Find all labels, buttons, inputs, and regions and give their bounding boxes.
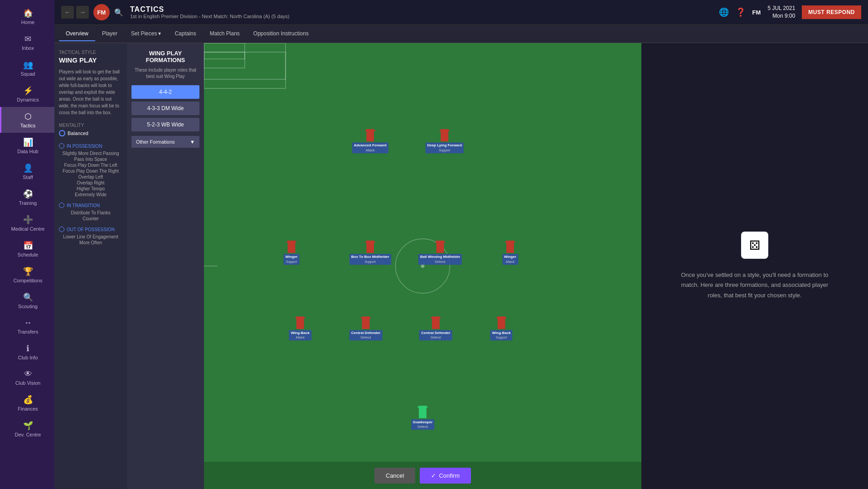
player-token-af[interactable]: Advanced Forward Attack [352,129,388,153]
confirm-label: Confirm [439,472,460,479]
tab-player[interactable]: Player [95,27,124,41]
in-possession-label: IN POSSESSION [67,144,102,149]
player-token-cd-right[interactable]: Central Defender Defend [419,316,452,340]
sidebar-item-competitions[interactable]: 🏆 Competitions [0,262,54,288]
player-name: Winger [285,255,297,260]
player-label: Wing-Back Support [490,330,513,340]
out-possession-section: OUT OF POSSESSION Lower Line Of Engageme… [59,227,122,245]
attr-item: Extremely Wide [59,192,122,197]
other-formations-label: Other Formations [136,139,175,145]
info-text: Once you've settled on a style, you'll n… [675,270,834,300]
player-label: Wing-Back Attack [289,330,311,340]
player-shirt [435,241,446,253]
player-token-bbm[interactable]: Box To Box Midfielder Support [349,241,391,265]
tab-match-plans[interactable]: Match Plans [203,27,247,41]
sidebar-label: Staff [23,174,33,180]
page-title-section: TACTICS 1st in English Premier Division … [130,5,719,19]
sidebar-item-dynamics[interactable]: ⚡ Dynamics [0,81,54,107]
dropdown-chevron-icon: ▼ [190,139,195,145]
time-text: Mon 9:00 [767,12,795,20]
formation-btn-5-2-3-wb-wide[interactable]: 5-2-3 WB Wide [131,118,199,131]
sidebar-icon: ⚽ [23,189,33,199]
player-token-dlf[interactable]: Deep Lying Forward Support [425,129,464,153]
out-possession-attrs: Lower Line Of EngagementMore Often [59,234,122,245]
tab-captains[interactable]: Captains [168,27,203,41]
tactical-description: Players will look to get the ball out wi… [59,68,122,116]
player-name: Deep Lying Forward [427,144,462,148]
must-respond-button[interactable]: MUST RESPOND [802,5,861,19]
player-token-cd-left[interactable]: Central Defender Defend [349,316,382,340]
nav-back-button[interactable]: ← [61,6,74,19]
player-label: Central Defender Defend [349,330,382,340]
formation-btn-4-3-3-dm-wide[interactable]: 4-3-3 DM Wide [131,102,199,115]
player-name: Ball Winning Midfielder [420,255,460,260]
in-transition-section: IN TRANSITION Distribute To FlanksCounte… [59,203,122,221]
sidebar-icon: 📊 [23,137,33,147]
svg-rect-5 [204,52,245,68]
sidebar: 🏠 Home✉ Inbox👥 Squad⚡ Dynamics⬡ Tactics📊… [0,0,54,489]
sidebar-label: Training [19,200,37,206]
sidebar-label: Home [21,19,34,25]
sidebar-item-staff[interactable]: 👤 Staff [0,159,54,184]
mentality-label: MENTALITY [59,123,122,128]
player-token-winger-right[interactable]: Winger Attack [502,241,518,265]
tab-bar: OverviewPlayerSet Pieces ▾CaptainsMatch … [54,25,868,43]
player-token-wb-right[interactable]: Wing-Back Support [490,316,513,340]
search-icon[interactable]: 🔍 [114,8,123,17]
player-token-gk[interactable]: Goalkeeper Defend [411,406,435,430]
formations-panel: WING PLAY FORMATIONS These include playe… [127,43,204,489]
sidebar-item-transfers[interactable]: ↔ Transfers [0,314,54,339]
player-token-bwm[interactable]: Ball Winning Midfielder Defend [418,241,462,265]
sidebar-label: Scouting [18,304,38,309]
player-label: Box To Box Midfielder Support [349,254,391,265]
cancel-button[interactable]: Cancel [374,468,415,484]
confirm-button[interactable]: ✓ Confirm [420,468,471,484]
tab-set-pieces[interactable]: Set Pieces ▾ [124,27,168,41]
sidebar-label: Tactics [20,123,36,128]
help-icon[interactable]: ❓ [736,7,746,17]
date-text: 5 JUL 2021 [767,5,795,12]
sidebar-item-tactics[interactable]: ⬡ Tactics [0,107,54,133]
sidebar-item-medical-centre[interactable]: ➕ Medical Centre [0,210,54,236]
topbar-right: 🌐 ❓ FM 5 JUL 2021 Mon 9:00 MUST RESPOND [719,5,861,20]
other-formations-dropdown[interactable]: Other Formations ▼ [131,136,199,148]
nav-forward-button[interactable]: → [76,6,89,19]
sidebar-icon: 🏠 [23,8,33,18]
help-globe-icon[interactable]: 🌐 [719,7,729,17]
player-name: Winger [504,255,516,260]
player-role: Defend [420,260,460,264]
player-label: Ball Winning Midfielder Defend [418,254,462,265]
sidebar-item-finances[interactable]: 💰 Finances [0,390,54,416]
attr-item: Overlap Left [59,174,122,179]
sidebar-item-inbox[interactable]: ✉ Inbox [0,29,54,55]
player-role: Attack [354,148,387,152]
player-shirt [439,129,450,142]
sidebar-icon: 📅 [23,241,33,251]
date-display: 5 JUL 2021 Mon 9:00 [767,5,795,20]
sidebar-label: Finances [18,406,38,412]
page-subtitle: 1st in English Premier Division - Next M… [130,14,719,19]
player-token-winger-left[interactable]: Winger Support [283,241,299,265]
player-label: Advanced Forward Attack [352,143,388,153]
tab-overview[interactable]: Overview [59,27,95,41]
sidebar-item-data-hub[interactable]: 📊 Data Hub [0,133,54,159]
fm-logo: FM [93,4,110,20]
sidebar-item-squad[interactable]: 👥 Squad [0,55,54,81]
sidebar-item-training[interactable]: ⚽ Training [0,184,54,210]
sidebar-item-schedule[interactable]: 📅 Schedule [0,236,54,262]
sidebar-item-scouting[interactable]: 🔍 Scouting [0,288,54,314]
pitch-wrapper: Goalkeeper Defend Wing-Back Attack Centr… [204,43,641,489]
player-token-wb-left[interactable]: Wing-Back Attack [289,316,311,340]
sidebar-item-club-vision[interactable]: 👁 Club Vision [0,365,54,390]
sidebar-label: Schedule [18,252,39,257]
topbar: ← → FM 🔍 TACTICS 1st in English Premier … [54,0,868,25]
sidebar-item-club-info[interactable]: ℹ Club Info [0,339,54,365]
tab-opposition-instructions[interactable]: Opposition Instructions [247,27,315,41]
player-role: Support [427,148,462,152]
formation-btn-4-4-2[interactable]: 4-4-2 [131,85,199,99]
player-name: Central Defender [351,331,380,335]
sidebar-item-home[interactable]: 🏠 Home [0,4,54,29]
sidebar-item-dev.-centre[interactable]: 🌱 Dev. Centre [0,416,54,442]
player-name: Central Defender [421,331,450,335]
sidebar-label: Club Vision [15,380,40,386]
